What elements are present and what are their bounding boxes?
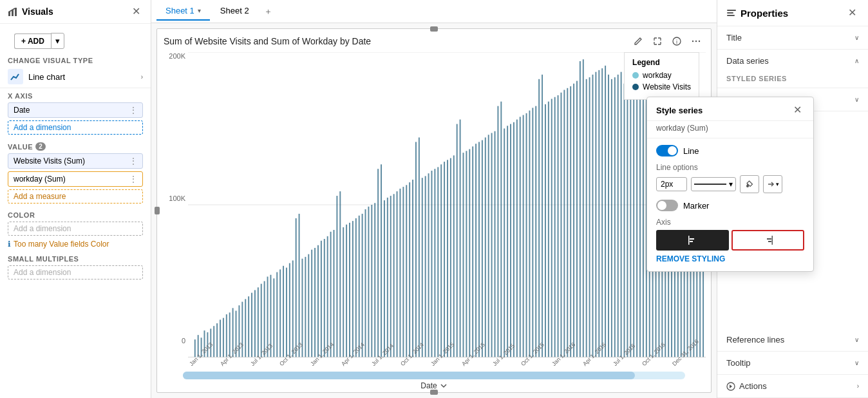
line-style-select[interactable]: ▾ — [691, 177, 736, 191]
color-add-dimension-button[interactable]: Add a dimension — [8, 222, 143, 236]
svg-rect-153 — [643, 97, 644, 357]
small-multiples-label: SMALL MULTIPLES — [8, 255, 143, 263]
svg-rect-125 — [554, 97, 556, 357]
add-dropdown-button[interactable]: ▾ — [51, 33, 64, 49]
svg-rect-65 — [365, 209, 366, 357]
svg-rect-145 — [618, 75, 619, 357]
line-color-picker-button[interactable] — [740, 175, 759, 193]
properties-section-reference-lines-header[interactable]: Reference lines ∨ — [717, 328, 868, 351]
properties-section-tooltip: Tooltip ∨ — [717, 352, 868, 375]
chart-edit-button[interactable] — [630, 33, 646, 50]
svg-rect-148 — [627, 88, 628, 357]
close-right-panel-button[interactable]: ✕ — [845, 6, 859, 19]
workday-chip: workday (Sum) ⋮ — [8, 171, 143, 187]
properties-section-title-header[interactable]: Title ∨ — [717, 26, 868, 49]
chart-container: Sum of Website Visits and Sum of Workday… — [156, 28, 712, 393]
small-multiples-section: SMALL MULTIPLES Add a dimension — [0, 251, 151, 283]
x-axis-add-dimension-button[interactable]: Add a dimension — [8, 120, 143, 135]
add-measure-button[interactable]: Add a measure — [8, 189, 143, 204]
right-panel-header: Properties ✕ — [717, 0, 868, 26]
remove-styling-button[interactable]: REMOVE STYLING — [656, 251, 804, 265]
base-style-chevron: ∨ — [854, 96, 859, 103]
svg-rect-98 — [469, 149, 470, 357]
chart-info-button[interactable]: i — [668, 33, 685, 50]
svg-rect-83 — [422, 178, 423, 357]
tab-sheet2[interactable]: Sheet 2 — [211, 2, 258, 21]
axis-left-icon — [686, 234, 699, 247]
line-width-input[interactable] — [656, 177, 687, 191]
chart-scrollbar-thumb[interactable] — [183, 372, 635, 379]
resize-handle-left[interactable] — [155, 207, 160, 214]
properties-section-data-series-header[interactable]: Data series ∧ — [717, 50, 868, 72]
properties-section-actions-header[interactable]: Actions › — [717, 375, 868, 397]
svg-rect-122 — [545, 104, 546, 357]
svg-rect-29 — [251, 293, 252, 357]
left-panel-header: Visuals ✕ — [0, 0, 151, 24]
svg-rect-61 — [352, 221, 354, 357]
style-series-title: Style series — [656, 106, 703, 115]
svg-rect-74 — [393, 194, 395, 357]
svg-rect-50 — [317, 245, 319, 357]
workday-menu[interactable]: ⋮ — [129, 175, 137, 184]
svg-rect-86 — [431, 171, 432, 357]
tabs-bar: Sheet 1 ▾ Sheet 2 ＋ — [151, 0, 717, 23]
chart-expand-button[interactable] — [649, 33, 666, 50]
x-axis-field-menu[interactable]: ⋮ — [129, 106, 137, 115]
svg-rect-136 — [589, 77, 590, 357]
website-visits-menu[interactable]: ⋮ — [129, 156, 137, 166]
properties-section-tooltip-header[interactable]: Tooltip ∨ — [717, 352, 868, 374]
resize-handle-bottom[interactable] — [430, 390, 438, 395]
svg-rect-41 — [289, 263, 290, 357]
chart-scrollbar-track[interactable] — [183, 372, 685, 379]
visual-type-row[interactable]: Line chart › — [0, 66, 151, 88]
svg-rect-70 — [381, 164, 382, 357]
svg-rect-114 — [520, 117, 521, 357]
svg-rect-133 — [580, 61, 581, 357]
svg-rect-28 — [248, 296, 249, 357]
actions-icon — [726, 382, 735, 391]
info-icon: ℹ — [8, 240, 11, 249]
expand-icon — [653, 37, 662, 46]
axis-left-button[interactable] — [656, 230, 729, 251]
add-main-button[interactable]: + ADD — [14, 33, 51, 49]
legend-dot-website-visits — [632, 84, 639, 90]
style-series-close-button[interactable]: ✕ — [791, 104, 804, 117]
svg-rect-82 — [419, 137, 420, 357]
color-section: COLOR Add a dimension ℹ Too many Value f… — [0, 207, 151, 251]
svg-rect-102 — [482, 140, 483, 357]
x-axis-labels: Jan 1, 2013 Apr 1, 2013 Jul 1, 2013 Oct … — [188, 363, 706, 369]
svg-rect-101 — [478, 142, 480, 357]
svg-rect-93 — [453, 155, 455, 357]
chart-toolbar: i — [630, 33, 704, 50]
svg-rect-95 — [460, 120, 461, 357]
svg-rect-180 — [690, 241, 693, 242]
svg-rect-47 — [308, 254, 309, 357]
svg-rect-124 — [551, 99, 552, 357]
x-axis-dates-container: Jan 1, 2013 Apr 1, 2013 Jul 1, 2013 Oct … — [157, 363, 711, 370]
axis-right-button[interactable] — [731, 230, 804, 251]
svg-rect-144 — [614, 77, 616, 357]
close-left-panel-button[interactable]: ✕ — [129, 5, 143, 18]
small-multiples-add-dimension-button[interactable]: Add a dimension — [8, 265, 143, 280]
svg-text:i: i — [676, 39, 677, 45]
line-toggle[interactable] — [656, 145, 678, 156]
marker-toggle[interactable] — [656, 200, 678, 211]
svg-rect-178 — [688, 236, 690, 245]
svg-rect-78 — [406, 185, 407, 357]
chart-body: 200K 100K 0 — [157, 52, 711, 363]
chart-more-button[interactable] — [688, 33, 704, 50]
tab-sheet1[interactable]: Sheet 1 ▾ — [156, 2, 210, 21]
svg-rect-20 — [223, 318, 224, 357]
svg-point-5 — [692, 41, 693, 42]
tab-sheet1-dropdown[interactable]: ▾ — [198, 7, 201, 14]
line-arrow-style-button[interactable]: ▾ — [763, 175, 782, 193]
value-count-badge: 2 — [35, 142, 46, 151]
svg-rect-57 — [339, 191, 341, 357]
line-style-preview — [694, 184, 726, 185]
resize-handle-top[interactable] — [430, 26, 438, 32]
svg-rect-36 — [273, 278, 274, 357]
svg-rect-45 — [301, 259, 303, 357]
more-icon — [692, 37, 701, 46]
add-tab-button[interactable]: ＋ — [259, 3, 278, 21]
axis-right-icon — [762, 234, 775, 247]
